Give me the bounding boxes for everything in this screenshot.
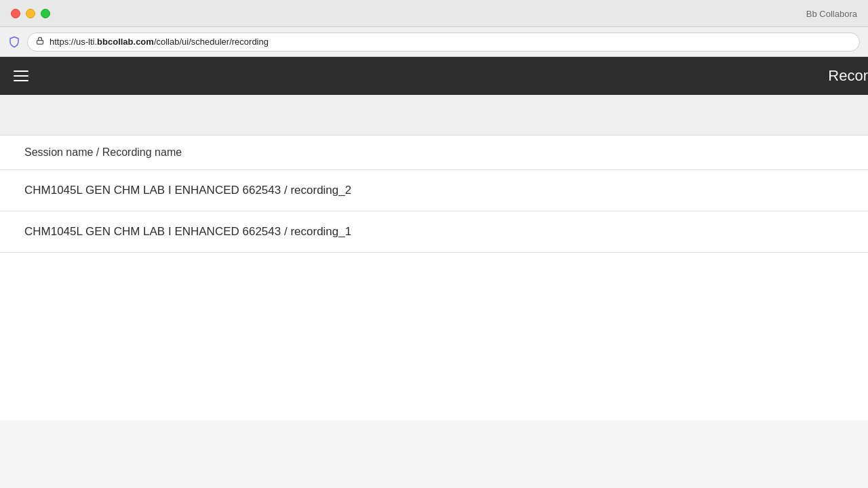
page-title: Recor bbox=[828, 57, 868, 95]
url-prefix: https://us-lti. bbox=[50, 37, 97, 47]
close-button[interactable] bbox=[11, 9, 20, 18]
browser-titlebar: Bb Collabora bbox=[0, 0, 868, 27]
url-display: https://us-lti.bbcollab.com/collab/ui/sc… bbox=[50, 37, 269, 47]
recording-entry: CHM1045L GEN CHM LAB I ENHANCED 662543 /… bbox=[24, 225, 351, 238]
content-area: Session name / Recording name CHM1045L G… bbox=[0, 95, 868, 420]
url-domain: bbcollab.com bbox=[97, 37, 154, 47]
url-path: /collab/ui/scheduler/recording bbox=[154, 37, 269, 47]
svg-rect-0 bbox=[37, 41, 43, 45]
table-row[interactable]: CHM1045L GEN CHM LAB I ENHANCED 662543 /… bbox=[0, 170, 868, 211]
address-bar[interactable]: https://us-lti.bbcollab.com/collab/ui/sc… bbox=[27, 33, 860, 52]
shield-icon bbox=[8, 36, 20, 48]
minimize-button[interactable] bbox=[26, 9, 35, 18]
table-header: Session name / Recording name bbox=[0, 136, 868, 170]
hamburger-line-3 bbox=[14, 80, 28, 81]
hamburger-menu-button[interactable] bbox=[14, 70, 28, 81]
lock-icon bbox=[36, 37, 44, 47]
browser-app-title: Bb Collabora bbox=[806, 8, 857, 18]
app-header: Recor bbox=[0, 57, 868, 95]
hamburger-line-1 bbox=[14, 70, 28, 72]
hamburger-line-2 bbox=[14, 75, 28, 77]
browser-controls bbox=[11, 9, 50, 18]
table-row[interactable]: CHM1045L GEN CHM LAB I ENHANCED 662543 /… bbox=[0, 211, 868, 253]
recording-entry: CHM1045L GEN CHM LAB I ENHANCED 662543 /… bbox=[24, 184, 351, 197]
browser-toolbar: https://us-lti.bbcollab.com/collab/ui/sc… bbox=[0, 27, 868, 57]
column-header-label: Session name / Recording name bbox=[24, 146, 182, 158]
maximize-button[interactable] bbox=[41, 9, 50, 18]
filter-bar bbox=[0, 95, 868, 136]
page-title-text: Recor bbox=[828, 67, 868, 85]
